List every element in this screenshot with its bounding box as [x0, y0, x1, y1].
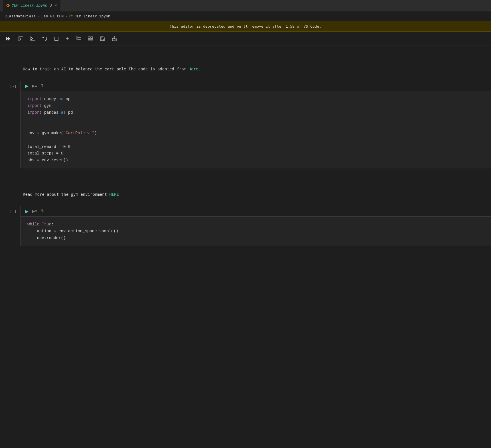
- svg-rect-17: [101, 37, 103, 38]
- svg-marker-4: [31, 37, 33, 40]
- svg-rect-16: [101, 39, 104, 41]
- deprecation-warning: This editor is deprecated and we'll remo…: [0, 21, 491, 32]
- run-below-cell-2-button[interactable]: ▶≡: [32, 209, 37, 213]
- run-above-button[interactable]: [17, 35, 25, 42]
- breadcrumb: ClassMaterials › Lab_01_CEM › ⟳ CEM_line…: [0, 11, 491, 21]
- code-line-2-1: while True:: [27, 221, 484, 228]
- code-cell-1: [-] ▶ ▶≡ M↓ import numpy as np import gy…: [0, 81, 491, 168]
- cell-type-label-1: M↓: [41, 84, 45, 88]
- tab-filename: CEM_linear.ipynb: [12, 3, 47, 8]
- md-text-2: Read more about the gym environment: [23, 192, 107, 197]
- svg-marker-2: [19, 37, 21, 41]
- run-cell-1-button[interactable]: ▶: [25, 83, 29, 89]
- cell-list-button[interactable]: [75, 35, 82, 42]
- code-cell-2: [-] ▶ ▶≡ M↓ while True: action = env.act…: [0, 206, 491, 246]
- notebook-icon: ⟳: [6, 3, 10, 9]
- code-line-2-2: action = env.action_space.sample(): [27, 228, 484, 235]
- run-cell-2-button[interactable]: ▶: [25, 209, 29, 214]
- variables-button[interactable]: xy: [87, 35, 94, 42]
- cell-number-1: [-]: [0, 81, 20, 88]
- notebook-content: How to train an AI to balance the cart p…: [0, 46, 491, 255]
- notebook-toolbar: + xy: [0, 32, 491, 46]
- stop-button[interactable]: [53, 35, 60, 42]
- code-line-1-10: obs = env.reset(): [27, 157, 484, 164]
- save-button[interactable]: [99, 35, 106, 42]
- svg-rect-6: [55, 37, 58, 40]
- code-line-1-2: import gym: [27, 103, 484, 109]
- breadcrumb-item-2[interactable]: Lab_01_CEM: [41, 14, 64, 19]
- export-button[interactable]: [111, 35, 118, 42]
- svg-rect-13: [91, 37, 93, 38]
- here-link-2[interactable]: HERE: [109, 192, 119, 197]
- tab-cem-linear[interactable]: ⟳ CEM_linear.ipynb U ×: [3, 0, 60, 11]
- svg-rect-9: [76, 39, 77, 40]
- svg-marker-0: [6, 37, 8, 40]
- svg-rect-18: [112, 38, 115, 41]
- run-all-button[interactable]: [5, 35, 13, 43]
- svg-rect-7: [76, 37, 77, 38]
- tab-modified-badge: U: [50, 3, 52, 8]
- md-suffix-1: .: [198, 67, 200, 71]
- run-icon-2: ▶: [25, 209, 29, 214]
- cell-toolbar-1: ▶ ▶≡ M↓: [21, 81, 491, 91]
- breadcrumb-sep-2: ›: [65, 14, 68, 19]
- code-line-2-3: env.render(): [27, 235, 484, 242]
- svg-text:xy: xy: [88, 37, 90, 39]
- code-line-1-6: env = gym.make("CartPole-v1"): [27, 130, 484, 137]
- code-empty-1-5: [27, 123, 484, 130]
- cell-toolbar-2: ▶ ▶≡ M↓: [21, 206, 491, 216]
- code-empty-1-4: [27, 116, 484, 123]
- code-line-1-9: total_steps = 0: [27, 150, 484, 157]
- markdown-cell-2: Read more about the gym environment HERE: [0, 186, 491, 203]
- code-empty-1-7: [27, 137, 484, 144]
- breadcrumb-item-3[interactable]: CEM_linear.ipynb: [75, 14, 110, 19]
- code-line-1-8: total_reward = 0.0: [27, 144, 484, 150]
- code-line-1-1: import numpy as np: [27, 96, 484, 103]
- cell-body-1: ▶ ▶≡ M↓ import numpy as np import gym im…: [20, 81, 491, 168]
- run-icon-1: ▶: [25, 83, 29, 89]
- cell-type-label-2: M↓: [41, 209, 45, 213]
- here-link[interactable]: Here: [189, 67, 198, 71]
- run-below-button[interactable]: [29, 35, 36, 42]
- breadcrumb-item-1[interactable]: ClassMaterials: [5, 14, 36, 19]
- title-bar: ⟳ CEM_linear.ipynb U ×: [0, 0, 491, 11]
- cell-body-2: ▶ ▶≡ M↓ while True: action = env.action_…: [20, 206, 491, 246]
- svg-marker-1: [8, 37, 10, 40]
- code-area-2[interactable]: while True: action = env.action_space.sa…: [21, 216, 491, 246]
- code-area-1[interactable]: import numpy as np import gym import pan…: [21, 91, 491, 168]
- markdown-cell-1: How to train an AI to balance the cart p…: [0, 60, 491, 78]
- cell-number-2: [-]: [0, 206, 20, 214]
- run-below-icon-1: ▶≡: [32, 84, 37, 88]
- md-text-1: How to train an AI to balance the cart p…: [23, 67, 186, 71]
- breadcrumb-notebook-icon: ⟳: [69, 13, 73, 19]
- run-below-icon-2: ▶≡: [32, 209, 37, 213]
- tab-close-button[interactable]: ×: [55, 3, 57, 8]
- run-below-cell-1-button[interactable]: ▶≡: [32, 84, 37, 88]
- code-line-1-3: import pandas as pd: [27, 109, 484, 116]
- breadcrumb-sep-1: ›: [37, 14, 40, 19]
- add-cell-button[interactable]: +: [64, 34, 70, 43]
- undo-button[interactable]: [41, 35, 48, 42]
